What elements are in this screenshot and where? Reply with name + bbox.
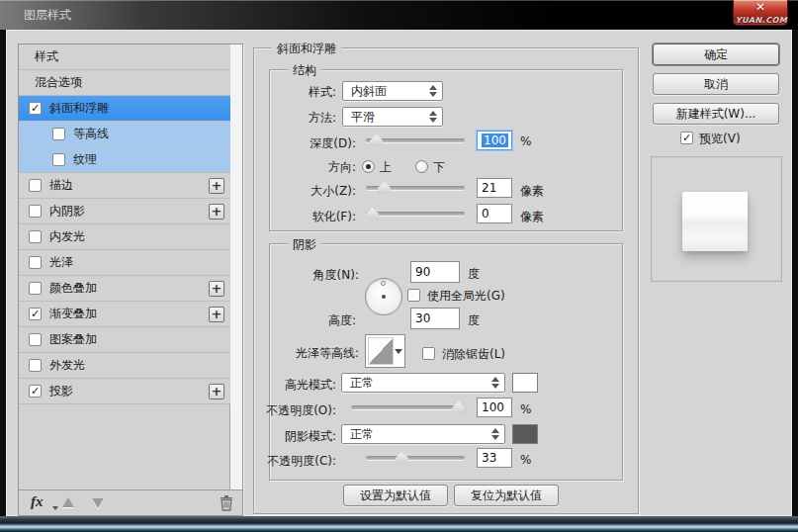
shadow-opacity-input[interactable]	[477, 448, 512, 468]
direction-label: 方向:	[297, 159, 356, 176]
checkbox-unchecked[interactable]	[29, 179, 42, 192]
gloss-contour-picker[interactable]	[365, 334, 405, 368]
sidebar-item-color-overlay[interactable]: 颜色叠加 +	[19, 276, 230, 302]
size-label: 大小(Z):	[265, 183, 356, 200]
spinner-icon	[428, 85, 437, 97]
add-effect-button[interactable]: +	[209, 204, 224, 220]
antialias-checkbox[interactable]	[422, 347, 435, 360]
fx-menu-caret-icon	[52, 506, 58, 510]
checkbox-unchecked[interactable]	[29, 359, 42, 372]
depth-input[interactable]: 100	[477, 131, 512, 150]
sidebar-item-satin[interactable]: 光泽	[19, 250, 230, 276]
spinner-icon	[490, 428, 499, 440]
highlight-color-swatch[interactable]	[512, 373, 538, 393]
slider-track[interactable]	[351, 405, 465, 409]
sidebar-item-gradient-overlay[interactable]: ✓ 渐变叠加 +	[19, 302, 230, 327]
slider-thumb[interactable]	[378, 182, 391, 194]
altitude-input[interactable]	[410, 308, 460, 329]
soften-unit: 像素	[520, 209, 544, 225]
shading-legend: 阴影	[288, 236, 321, 253]
checkbox-checked[interactable]: ✓	[29, 385, 42, 398]
move-effect-up-icon[interactable]	[62, 497, 74, 507]
altitude-label: 高度:	[257, 312, 356, 329]
direction-down-label: 下	[433, 159, 445, 176]
close-button[interactable]: ✕ YUAN.COM	[733, 0, 788, 26]
soften-input[interactable]	[477, 204, 512, 223]
shadow-opacity-slider[interactable]	[366, 452, 465, 464]
highlight-mode-select[interactable]: 正常	[341, 373, 505, 393]
checkbox-unchecked[interactable]	[52, 153, 65, 166]
technique-select[interactable]: 平滑	[342, 107, 443, 127]
sidebar-item-label: 颜色叠加	[49, 280, 97, 297]
slider-thumb[interactable]	[366, 208, 379, 220]
depth-slider[interactable]	[366, 134, 465, 146]
style-value: 内斜面	[351, 84, 387, 98]
checkbox-checked[interactable]: ✓	[29, 308, 42, 320]
contour-thumbnail	[368, 337, 394, 365]
effects-list-scrollbar[interactable]	[229, 44, 242, 490]
sidebar-item-outer-glow[interactable]: 外发光	[19, 353, 230, 379]
sidebar-item-blending-options[interactable]: 混合选项	[19, 70, 230, 96]
preview-checkbox[interactable]: ✓	[680, 132, 693, 144]
shadow-color-swatch[interactable]	[512, 424, 538, 444]
sidebar-item-contour[interactable]: 等高线	[19, 122, 230, 147]
delete-effect-icon[interactable]	[219, 494, 234, 511]
sidebar-item-bevel-emboss[interactable]: ✓ 斜面和浮雕	[19, 96, 230, 122]
sidebar-item-label: 内发光	[49, 228, 85, 245]
size-input[interactable]	[477, 178, 512, 198]
angle-dial-center	[382, 295, 386, 299]
checkbox-unchecked[interactable]	[29, 333, 42, 346]
checkbox-unchecked[interactable]	[29, 230, 42, 243]
slider-track[interactable]	[366, 212, 465, 216]
set-default-button[interactable]: 设置为默认值	[343, 485, 448, 506]
cancel-button[interactable]: 取消	[653, 73, 779, 95]
sidebar-item-pattern-overlay[interactable]: 图案叠加	[19, 327, 230, 353]
sidebar-item-inner-glow[interactable]: 内发光	[19, 224, 230, 250]
highlight-opacity-slider[interactable]	[351, 401, 465, 413]
reset-default-button[interactable]: 复位为默认值	[454, 485, 559, 506]
sidebar-item-inner-shadow[interactable]: 内阴影 +	[19, 199, 230, 224]
close-icon: ✕	[734, 0, 787, 15]
depth-unit: %	[520, 134, 531, 148]
angle-input[interactable]	[410, 261, 460, 283]
size-slider[interactable]	[366, 182, 465, 194]
direction-up-radio[interactable]	[362, 160, 375, 173]
sidebar-item-texture[interactable]: 纹理	[19, 147, 230, 173]
sidebar-item-stroke[interactable]: 描边 +	[19, 173, 230, 199]
title-bar[interactable]: 图层样式 ✕ YUAN.COM	[0, 0, 798, 30]
sidebar-item-styles[interactable]: 样式	[19, 44, 230, 70]
angle-dial[interactable]	[365, 278, 402, 315]
checkbox-unchecked[interactable]	[52, 128, 65, 140]
add-effect-button[interactable]: +	[209, 281, 224, 297]
highlight-opacity-input[interactable]	[477, 398, 512, 417]
checkbox-unchecked[interactable]	[29, 205, 42, 218]
checkbox-unchecked[interactable]	[29, 282, 42, 295]
soften-label: 软化(F):	[265, 209, 356, 225]
dialog-title: 图层样式	[24, 7, 71, 24]
slider-thumb[interactable]	[396, 452, 408, 464]
style-select[interactable]: 内斜面	[342, 81, 443, 101]
soften-slider[interactable]	[366, 208, 465, 220]
sidebar-item-label: 纹理	[73, 151, 97, 168]
sidebar-item-label: 内阴影	[49, 203, 85, 220]
move-effect-down-icon[interactable]	[92, 498, 104, 508]
new-style-button[interactable]: 新建样式(W)...	[653, 103, 779, 125]
shadow-mode-select[interactable]: 正常	[341, 424, 505, 444]
sidebar-item-drop-shadow[interactable]: ✓ 投影 +	[19, 379, 230, 404]
ok-button[interactable]: 确定	[653, 44, 779, 65]
use-global-light-checkbox[interactable]	[407, 289, 420, 302]
add-effect-button[interactable]: +	[209, 384, 224, 399]
watermark: YUAN.COM	[724, 16, 798, 25]
add-effect-button[interactable]: +	[209, 178, 224, 194]
add-effect-button[interactable]: +	[209, 307, 224, 322]
fx-menu-button[interactable]: fx	[31, 493, 44, 510]
slider-thumb[interactable]	[370, 134, 383, 146]
sidebar-item-label: 等高线	[73, 126, 109, 142]
direction-down-radio[interactable]	[415, 160, 428, 173]
checkbox-checked[interactable]: ✓	[29, 102, 42, 115]
slider-thumb[interactable]	[452, 401, 465, 413]
direction-up-label: 上	[380, 159, 392, 176]
sidebar-item-label: 图案叠加	[49, 331, 97, 348]
checkbox-unchecked[interactable]	[29, 256, 42, 269]
slider-track[interactable]	[366, 456, 465, 460]
